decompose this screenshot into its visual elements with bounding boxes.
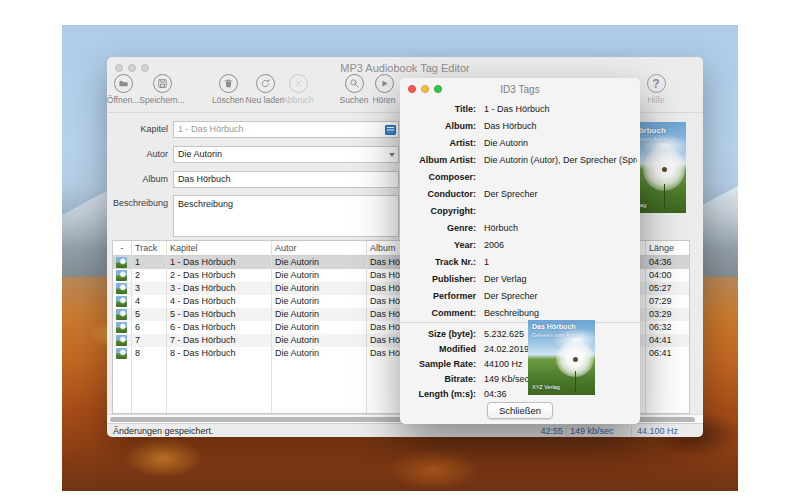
id3-field-row: Track Nr.:1: [400, 254, 640, 271]
autor-label: Autor: [107, 146, 168, 163]
cover-thumbnail-icon: [116, 322, 127, 333]
cover-title: Das Hörbuch: [532, 323, 576, 330]
id3-field-row: Conductor:Der Sprecher: [400, 186, 640, 203]
id3-field-value: Die Autorin: [484, 135, 637, 152]
id3-field-label: Copyright:: [400, 203, 476, 220]
status-bitrate: 149 kb/sec: [570, 424, 614, 438]
dialog-divider: [400, 322, 640, 323]
column-header-laenge[interactable]: Länge: [645, 241, 690, 255]
album-label: Album: [107, 171, 168, 188]
column-divider: [366, 241, 367, 413]
id3-field-value: Der Sprecher: [484, 288, 637, 305]
kapitel-label: Kapitel: [107, 121, 168, 138]
id3-field-label: Title:: [400, 101, 476, 118]
album-field[interactable]: Das Hörbuch: [173, 171, 399, 188]
kapitel-field[interactable]: 1 - Das Hörbuch: [173, 121, 399, 138]
column-divider: [131, 241, 132, 413]
file-info-label: Length (m:s):: [400, 387, 476, 402]
id3-field-value: 1 - Das Hörbuch: [484, 101, 637, 118]
cell-kapitel: 8 - Das Hörbuch: [166, 347, 271, 360]
id3-tags-dialog: ID3 Tags Title:1 - Das HörbuchAlbum:Das …: [400, 78, 640, 424]
cell-laenge: 04:36: [645, 256, 690, 269]
cell-laenge: 07:29: [645, 295, 690, 308]
id3-field-label: Conductor:: [400, 186, 476, 203]
cover-publisher: XYZ Verlag: [532, 384, 560, 390]
toolbar-label-save: Speichern...: [132, 95, 192, 105]
cell-kapitel: 5 - Das Hörbuch: [166, 308, 271, 321]
close-dialog-button[interactable]: Schließen: [487, 402, 553, 419]
cell-track: 7: [131, 334, 166, 347]
file-info-row: Length (m:s):04:36: [400, 387, 640, 402]
cover-art: Das Hörbuch Gelesen vom Autor XYZ Verlag: [528, 320, 595, 395]
column-header-autor[interactable]: Autor: [271, 241, 366, 255]
cover-thumbnail-icon: [116, 270, 127, 281]
cell-track: 1: [131, 256, 166, 269]
floppy-icon: [153, 74, 172, 93]
column-divider: [271, 241, 272, 413]
id3-field-label: Artist:: [400, 135, 476, 152]
id3-field-label: Composer:: [400, 169, 476, 186]
id3-field-label: Genre:: [400, 220, 476, 237]
file-info-row: Modified24.02.2019: [400, 342, 640, 357]
cell-laenge: 06:32: [645, 321, 690, 334]
column-divider: [166, 241, 167, 413]
id3-field-value: Hörbuch: [484, 220, 637, 237]
cell-autor: Die Autorin: [271, 347, 366, 360]
dandelion-stem: [664, 184, 665, 209]
cell-autor: Die Autorin: [271, 269, 366, 282]
cell-track: 6: [131, 321, 166, 334]
cover-thumbnail-icon: [116, 348, 127, 359]
status-divider: [566, 426, 567, 436]
cover-thumbnail-icon: [116, 296, 127, 307]
column-divider: [645, 241, 646, 413]
toolbar-button-save[interactable]: Speichern...: [132, 74, 192, 105]
toolbar-label-abort: Abbruch: [268, 95, 328, 105]
folder-icon: [114, 74, 133, 93]
dandelion-stem: [575, 371, 576, 392]
column-header-icon[interactable]: -: [113, 241, 131, 255]
status-total-length: 42:55: [517, 424, 563, 438]
beschreibung-textarea[interactable]: Beschreibung: [173, 195, 399, 237]
id3-field-row: Publisher:Der Verlag: [400, 271, 640, 288]
column-header-kapitel[interactable]: Kapitel: [166, 241, 271, 255]
file-info-label: Size (byte):: [400, 327, 476, 342]
file-info-label: Sample Rate:: [400, 357, 476, 372]
id3-field-row: Genre:Hörbuch: [400, 220, 640, 237]
id3-field-label: Year:: [400, 237, 476, 254]
cell-autor: Die Autorin: [271, 334, 366, 347]
id3-field-label: Publisher:: [400, 271, 476, 288]
cover-thumbnail-icon: [116, 335, 127, 346]
id3-field-row: Copyright:: [400, 203, 640, 220]
id3-field-value: Das Hörbuch: [484, 118, 637, 135]
chapter-list-icon[interactable]: [385, 125, 396, 135]
cell-kapitel: 6 - Das Hörbuch: [166, 321, 271, 334]
cell-autor: Die Autorin: [271, 321, 366, 334]
id3-field-value: Die Autorin (Autor), Der Sprecher (Sprec…: [484, 152, 637, 169]
cell-laenge: 05:27: [645, 282, 690, 295]
cell-laenge: 06:41: [645, 347, 690, 360]
question-icon: ?: [647, 74, 666, 93]
id3-field-row: Album:Das Hörbuch: [400, 118, 640, 135]
dialog-titlebar: ID3 Tags: [400, 78, 640, 100]
cell-laenge: 03:29: [645, 308, 690, 321]
beschreibung-value: Beschreibung: [178, 199, 233, 209]
cell-track: 4: [131, 295, 166, 308]
column-header-track[interactable]: Track: [131, 241, 166, 255]
id3-field-row: Artist:Die Autorin: [400, 135, 640, 152]
chevron-down-icon: [389, 153, 395, 157]
id3-field-value: Der Sprecher: [484, 186, 637, 203]
file-info-label: Modified: [400, 342, 476, 357]
file-info-row: Bitrate:149 Kb/sec: [400, 372, 640, 387]
id3-field-row: Composer:: [400, 169, 640, 186]
cell-track: 8: [131, 347, 166, 360]
cell-kapitel: 3 - Das Hörbuch: [166, 282, 271, 295]
toolbar-button-abort: Abbruch: [268, 74, 328, 105]
id3-field-label: Album Artist:: [400, 152, 476, 169]
cell-autor: Die Autorin: [271, 308, 366, 321]
id3-field-row: PerformerDer Sprecher: [400, 288, 640, 305]
beschreibung-label: Beschreibung: [107, 195, 168, 212]
cell-laenge: 04:00: [645, 269, 690, 282]
autor-combobox[interactable]: Die Autorin: [173, 146, 399, 163]
status-message: Änderungen gespeichert.: [113, 424, 214, 438]
id3-field-row: Album Artist:Die Autorin (Autor), Der Sp…: [400, 152, 640, 169]
